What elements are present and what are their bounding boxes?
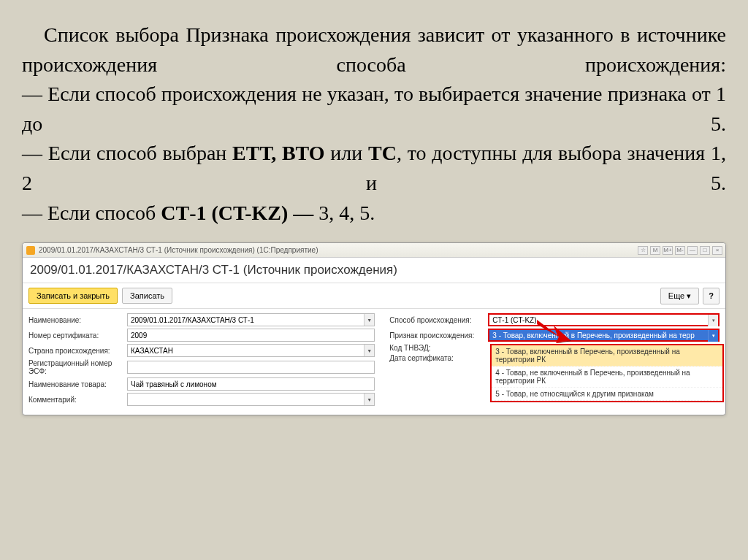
- save-button[interactable]: Записать: [122, 288, 172, 304]
- reg-input[interactable]: [127, 361, 375, 374]
- date-label: Дата сертификата:: [389, 354, 484, 362]
- country-label: Страна происхождения:: [28, 347, 123, 355]
- method-label: Способ происхождения:: [389, 316, 484, 324]
- desc-line4: — Если способ СТ-1 (CT-KZ) — 3, 4, 5.: [22, 199, 726, 229]
- toolbar: Записать и закрыть Записать Еще ▾ ?: [23, 283, 725, 309]
- country-input[interactable]: КАЗАХСТАН▼: [127, 344, 375, 357]
- svg-marker-0: [537, 320, 570, 343]
- dropdown-option[interactable]: 5 - Товар, не относящийся к другим призн…: [492, 388, 722, 401]
- close-icon[interactable]: ×: [712, 246, 722, 255]
- m-plus-btn[interactable]: M+: [663, 246, 673, 255]
- help-button[interactable]: ?: [703, 288, 720, 304]
- page-title: 2009/01.01.2017/КАЗАХСТАН/3 СТ-1 (Источн…: [23, 258, 725, 283]
- goods-input[interactable]: Чай травяный с лимоном: [127, 377, 375, 391]
- m-btn[interactable]: M: [650, 246, 660, 255]
- dropdown-icon[interactable]: ▼: [364, 394, 374, 405]
- description-text: Список выбора Признака происхождения зав…: [0, 0, 748, 242]
- reg-label: Регистрационный номер ЭСФ:: [28, 359, 123, 375]
- more-button[interactable]: Еще ▾: [660, 288, 699, 304]
- cert-input[interactable]: 2009: [127, 329, 375, 342]
- dropdown-icon[interactable]: ▾: [708, 315, 718, 326]
- name-input[interactable]: 2009/01.01.2017/КАЗАХСТАН/3 СТ-1▼: [127, 313, 375, 326]
- cert-label: Номер сертификата:: [28, 331, 123, 340]
- method-input[interactable]: СТ-1 (CT-KZ)▾: [488, 313, 720, 326]
- window-controls: ☆ M M+ M- — □ ×: [638, 246, 722, 255]
- desc-line1: Список выбора Признака происхождения зав…: [22, 20, 726, 80]
- m-minus-btn[interactable]: M-: [675, 246, 685, 255]
- name-label: Наименование:: [28, 316, 123, 324]
- sign-dropdown[interactable]: 3 - Товар, включенный в Перечень, произв…: [490, 344, 724, 402]
- maximize-icon[interactable]: □: [700, 246, 710, 255]
- titlebar-text: 2009/01.01.2017/КАЗАХСТАН/3 СТ-1 (Источн…: [39, 246, 318, 254]
- star-icon[interactable]: ☆: [638, 246, 648, 255]
- dropdown-option[interactable]: 4 - Товар, не включенный в Перечень, про…: [492, 367, 722, 388]
- goods-label: Наименование товара:: [28, 380, 123, 388]
- form-body: Наименование: 2009/01.01.2017/КАЗАХСТАН/…: [23, 309, 725, 415]
- dropdown-icon[interactable]: ▼: [364, 345, 374, 356]
- right-column: Способ происхождения: СТ-1 (CT-KZ)▾ Приз…: [389, 313, 720, 406]
- save-close-button[interactable]: Записать и закрыть: [28, 288, 118, 304]
- minimize-icon[interactable]: —: [687, 246, 698, 255]
- comment-input[interactable]: ▼: [127, 393, 375, 406]
- desc-line3: — Если способ выбран ЕТТ, ВТО или ТС, то…: [22, 139, 726, 198]
- dropdown-icon[interactable]: ▼: [364, 314, 374, 326]
- dropdown-option[interactable]: 3 - Товар, включенный в Перечень, произв…: [492, 345, 722, 367]
- desc-line2: — Если способ происхождения не указан, т…: [22, 80, 726, 139]
- dropdown-icon[interactable]: ▾: [708, 330, 718, 342]
- app-window: 2009/01.01.2017/КАЗАХСТАН/3 СТ-1 (Источн…: [22, 242, 726, 415]
- left-column: Наименование: 2009/01.01.2017/КАЗАХСТАН/…: [28, 313, 375, 406]
- sign-label: Признак происхождения:: [389, 331, 484, 340]
- tnved-label: Код ТНВЭД:: [389, 344, 484, 352]
- comment-label: Комментарий:: [28, 396, 123, 404]
- sign-input[interactable]: 3 - Товар, включенный в Перечень, произв…: [488, 329, 720, 342]
- app-icon: [26, 246, 35, 255]
- titlebar: 2009/01.01.2017/КАЗАХСТАН/3 СТ-1 (Источн…: [23, 243, 725, 258]
